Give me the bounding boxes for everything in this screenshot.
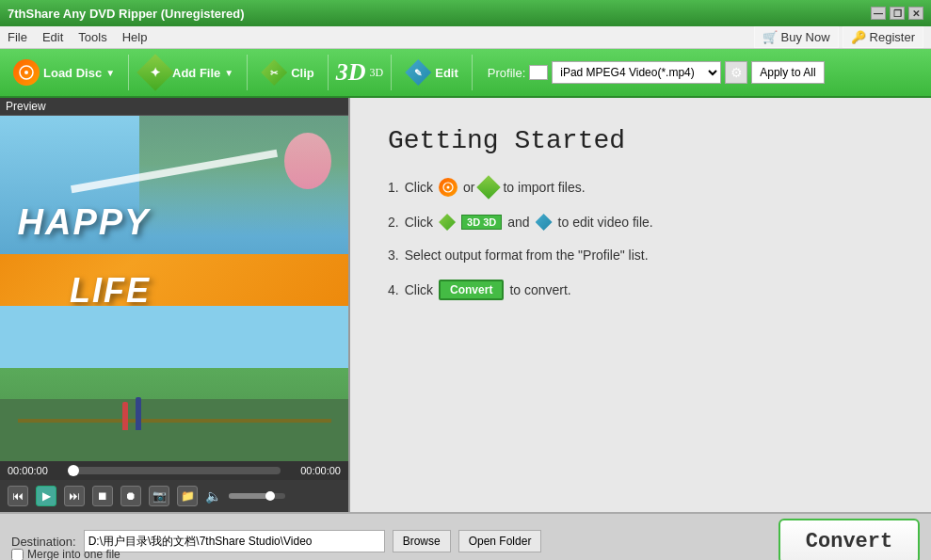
menu-file[interactable]: File — [8, 30, 27, 44]
browse-button[interactable]: Browse — [393, 530, 451, 552]
video-thumbnail-text2: LIFE — [70, 271, 151, 311]
destination-label: Destination: — [11, 535, 76, 549]
edit-icon: ✎ — [405, 59, 431, 86]
total-time: 00:00:00 — [288, 465, 341, 476]
volume-thumb[interactable] — [265, 491, 275, 501]
step-1: 1. Click or to import files. — [388, 178, 893, 197]
merge-checkbox[interactable] — [11, 549, 24, 561]
merge-label: Merge into one file — [27, 548, 120, 560]
app-title: 7thShare Any DVD Ripper (Unregistered) — [8, 7, 871, 21]
step-2-and: and — [507, 215, 529, 230]
step-1-pre: Click — [405, 180, 433, 195]
cart-icon: 🛒 — [762, 30, 778, 44]
step-1-icon-addfile — [477, 175, 501, 199]
step-3-text: Select output format from the "Profile" … — [405, 248, 649, 263]
step-2-icon-edit — [536, 214, 553, 231]
toolbar-separator-5 — [472, 55, 473, 90]
skip-back-button[interactable]: ⏮ — [8, 486, 28, 506]
add-file-dropdown-arrow[interactable]: ▼ — [224, 68, 233, 78]
snapshot-button[interactable]: 📷 — [149, 486, 169, 506]
merge-checkbox-area: Merge into one file — [11, 548, 120, 560]
buy-now-button[interactable]: 🛒 Buy Now — [754, 26, 839, 48]
preview-panel: Preview HAPPY LIFE — [0, 98, 350, 512]
menu-help[interactable]: Help — [122, 30, 148, 44]
volume-fill — [229, 493, 268, 499]
step-4-post: to convert. — [509, 282, 570, 297]
edit-button[interactable]: ✎ Edit — [399, 56, 464, 89]
preview-label: Preview — [0, 98, 348, 116]
menubar: File Edit Tools Help 🛒 Buy Now 🔑 Registe… — [0, 26, 931, 49]
getting-started-panel: Getting Started 1. Click or to import fi… — [350, 98, 931, 512]
destination-input[interactable] — [84, 530, 385, 552]
menu-tools[interactable]: Tools — [78, 30, 106, 44]
profile-label: Profile: — [488, 66, 525, 80]
progress-track[interactable] — [68, 467, 281, 474]
bottom-bar: Destination: Browse Open Folder Merge in… — [0, 512, 931, 560]
key-icon: 🔑 — [851, 30, 866, 44]
record-button[interactable]: ⏺ — [120, 486, 141, 506]
main-area: Preview HAPPY LIFE — [0, 98, 931, 512]
toolbar-separator-2 — [247, 55, 248, 90]
step-1-or: or — [463, 180, 474, 195]
skip-forward-button[interactable]: ⏭ — [64, 486, 85, 506]
convert-main-button[interactable]: Convert — [779, 519, 920, 560]
add-file-icon: ✦ — [136, 54, 174, 91]
play-button[interactable]: ▶ — [36, 486, 56, 506]
menu-edit[interactable]: Edit — [42, 30, 63, 44]
step-2-icon-3d: 3D 3D — [461, 215, 502, 230]
step-3: 3. Select output format from the "Profil… — [388, 248, 893, 263]
profile-icon-preview — [529, 65, 548, 80]
3d-icon: 3D — [336, 58, 366, 87]
toolbar-separator-4 — [391, 55, 392, 90]
step-2-num: 2. — [388, 215, 399, 230]
step-1-post: to import files. — [503, 180, 585, 195]
preview-image: HAPPY LIFE — [0, 116, 348, 461]
clip-button[interactable]: ✂ Clip — [255, 56, 320, 89]
folder-button[interactable]: 📁 — [177, 486, 198, 506]
getting-started-title: Getting Started — [388, 126, 893, 155]
step-4: 4. Click Convert to convert. — [388, 280, 893, 300]
progress-bar-area: 00:00:00 00:00:00 — [0, 461, 348, 480]
controls-bar: ⏮ ▶ ⏭ ⏹ ⏺ 📷 📁 🔈 — [0, 480, 348, 512]
clip-icon: ✂ — [261, 59, 287, 86]
register-button[interactable]: 🔑 Register — [843, 26, 923, 48]
toolbar-separator-1 — [128, 55, 129, 90]
svg-point-3 — [447, 186, 450, 189]
close-button[interactable]: ✕ — [908, 7, 923, 20]
add-file-button[interactable]: ✦ Add File ▼ — [136, 56, 239, 89]
step-2-pre: Click — [405, 215, 433, 230]
video-thumbnail-text: HAPPY — [18, 202, 151, 243]
window-controls: — ❐ ✕ — [871, 7, 923, 20]
load-disc-dropdown-arrow[interactable]: ▼ — [105, 68, 115, 78]
volume-icon: 🔈 — [205, 488, 221, 504]
step-4-num: 4. — [388, 282, 399, 297]
step-2: 2. Click 3D 3D and to edit video file. — [388, 214, 893, 231]
profile-section: Profile: iPad MPEG4 Video(*.mp4) ⚙ Apply… — [488, 61, 825, 84]
toolbar-separator-3 — [328, 55, 329, 90]
step-2-icon-clip — [439, 214, 456, 231]
titlebar: 7thShare Any DVD Ripper (Unregistered) —… — [0, 0, 931, 26]
3d-button[interactable]: 3D 3D — [336, 58, 383, 87]
svg-point-1 — [24, 71, 28, 74]
profile-settings-button[interactable]: ⚙ — [725, 61, 747, 84]
open-folder-button[interactable]: Open Folder — [458, 530, 542, 552]
step-2-post: to edit video file. — [558, 215, 653, 230]
step-4-pre: Click — [405, 282, 433, 297]
profile-dropdown[interactable]: iPad MPEG4 Video(*.mp4) — [552, 61, 721, 84]
progress-thumb[interactable] — [68, 465, 79, 476]
step-4-convert-badge: Convert — [439, 280, 504, 300]
minimize-button[interactable]: — — [871, 7, 886, 20]
stop-button[interactable]: ⏹ — [92, 486, 113, 506]
step-1-num: 1. — [388, 180, 399, 195]
current-time: 00:00:00 — [8, 465, 60, 476]
step-3-num: 3. — [388, 248, 399, 263]
volume-slider[interactable] — [229, 493, 285, 499]
restore-button[interactable]: ❐ — [890, 7, 905, 20]
disc-icon — [13, 59, 40, 86]
step-1-icon-disc — [439, 178, 457, 197]
apply-to-all-button[interactable]: Apply to All — [751, 61, 824, 84]
load-disc-button[interactable]: Load Disc ▼ — [8, 56, 120, 89]
